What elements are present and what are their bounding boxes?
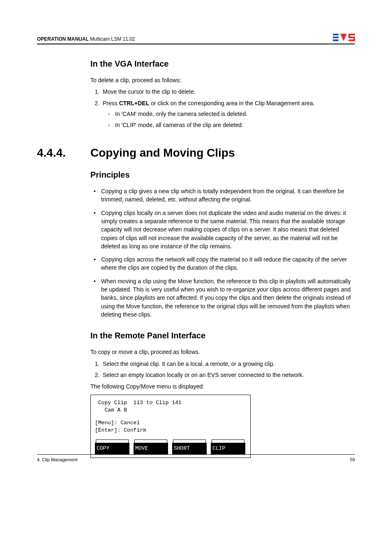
copy-move-panel: Copy Clip 113 to Clip 141 Cam A B [Menu]… [90,395,251,458]
vga-sub-2: In 'CLIP' mode, all cameras of the clip … [115,121,355,130]
panel-line-2: Cam A B [95,407,246,414]
footer-chapter: 4. Clip Management [37,457,77,462]
panel-short-button[interactable]: SHORT [172,443,207,454]
svg-rect-1 [333,37,339,38]
panel-move-button[interactable]: MOVE [134,443,168,454]
footer-page-number: 59 [350,457,355,462]
heading-vga: In the VGA Interface [90,59,355,69]
principle-3: Copying clips across the network will co… [101,255,355,272]
page-footer: 4. Clip Management 59 [37,454,355,462]
remote-step-1: Select the original clip. It can be a lo… [101,360,355,369]
section-number: 4.4.4. [37,146,90,160]
section-title: Copying and Moving Clips [90,146,235,160]
svg-rect-0 [333,34,339,35]
svg-marker-3 [340,34,347,41]
header-rest: Multicam LSM 11.02 [89,36,135,42]
remote-intro: To copy or move a clip, proceed as follo… [90,348,355,356]
section-4-4-4-heading: 4.4.4. Copying and Moving Clips [37,146,355,160]
vga-step-2: Press CTRL+DEL or click on the correspon… [101,99,355,130]
panel-button-row: COPY MOVE SHORT CLIP [95,443,246,454]
principle-1: Copying a clip gives a new clip which is… [101,187,355,204]
heading-principles: Principles [90,170,355,180]
vga-steps: Move the cursor to the clip to delete. P… [90,88,355,130]
page-header: OPERATION MANUAL Multicam LSM 11.02 [37,33,355,44]
evs-logo [333,33,355,42]
header-title: OPERATION MANUAL Multicam LSM 11.02 [37,36,135,42]
svg-rect-2 [333,39,339,41]
vga-intro: To delete a clip, proceed as follows: [90,76,355,84]
remote-steps: Select the original clip. It can be a lo… [90,360,355,380]
panel-line-3: [Menu]: Cancel [95,419,246,427]
principles-list: Copying a clip gives a new clip which is… [90,187,355,319]
panel-line-1: Copy Clip 113 to Clip 141 [95,399,246,407]
principle-2: Copying clips locally on a server does n… [101,209,355,250]
panel-line-4: [Enter]: Confirm [95,427,246,434]
vga-substeps: In 'CAM' mode, only the camera selected … [103,110,355,130]
panel-clip-button[interactable]: CLIP [211,443,245,454]
heading-remote: In the Remote Panel Interface [90,331,355,340]
header-bold: OPERATION MANUAL [37,36,89,42]
remote-outro: The following Copy/Move menu is displaye… [90,382,355,391]
vga-step-1: Move the cursor to the clip to delete. [101,88,355,97]
principle-4: When moving a clip using the Move functi… [101,277,355,319]
vga-sub-1: In 'CAM' mode, only the camera selected … [115,110,355,119]
panel-copy-button[interactable]: COPY [95,443,129,454]
remote-step-2: Select an empty location locally or on a… [101,371,355,380]
